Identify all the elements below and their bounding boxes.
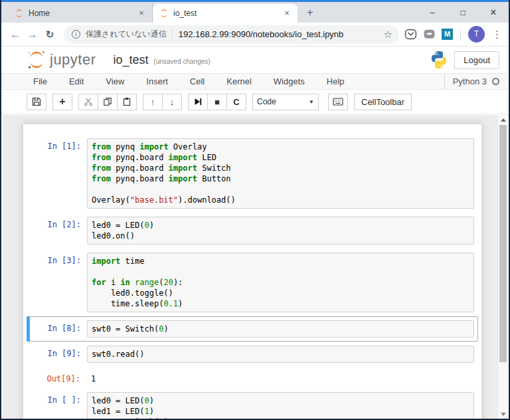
jupyter-logo-text[interactable]: jupyter [50, 51, 96, 68]
code-line: swt0 = Switch(0) [92, 417, 469, 419]
cut-cell-button[interactable] [78, 94, 98, 110]
code-line: swt0.read() [92, 349, 469, 360]
jupyter-header: jupyter io_test (unsaved changes) Logout [1, 47, 509, 73]
tab-label: io_test [173, 9, 282, 18]
browser-window: Home × io_test × + – □ × ← → ↻ i 保護されていな… [0, 0, 510, 420]
tab-label: Home [29, 9, 136, 18]
url-text: 192.168.2.99:9090/notebooks/io_test.ipyn… [179, 29, 380, 39]
maximize-button[interactable]: □ [448, 2, 478, 23]
cell-output: Out[9]:1 [27, 367, 478, 388]
notebook-cell[interactable]: In [3]:import time for i in range(20): l… [27, 249, 478, 316]
run-cell-button[interactable] [188, 94, 208, 110]
cell-type-select[interactable]: Code ▼ [252, 94, 319, 110]
save-status: (unsaved changes) [154, 58, 211, 65]
interrupt-kernel-button[interactable]: ■ [207, 94, 227, 110]
logout-button[interactable]: Logout [454, 51, 499, 69]
output-prompt: Out[9]: [30, 371, 86, 383]
reload-icon[interactable]: ↻ [41, 29, 58, 41]
tab-home[interactable]: Home × [8, 4, 153, 23]
tab-close-icon[interactable]: × [282, 8, 292, 19]
code-line: from pynq.board import LED [92, 152, 469, 163]
tab-close-icon[interactable]: × [136, 8, 147, 19]
menu-file[interactable]: File [33, 76, 47, 86]
minimize-button[interactable]: – [417, 2, 448, 23]
address-bar: ← → ↻ i 保護されていない通信 192.168.2.99:9090/not… [1, 23, 509, 47]
scroll-down-icon[interactable] [498, 409, 507, 419]
output-value: 1 [86, 371, 96, 383]
menu-kernel[interactable]: Kernel [226, 76, 252, 86]
notebook-cell[interactable]: In [ ]:led0 = LED(0)led1 = LED(1)swt0 = … [27, 388, 478, 419]
extensions-area: M T ⋮ [404, 26, 502, 43]
menu-widgets[interactable]: Widgets [274, 76, 305, 86]
notebook-cell[interactable]: In [2]:led0 = LED(0)led0.on() [27, 213, 478, 249]
notebook-toolbar: + [1, 90, 509, 114]
cut-icon [84, 97, 93, 106]
code-line: led0 = LED(0) [92, 220, 469, 231]
security-label: 保護されていない通信 [86, 29, 167, 40]
momentum-icon[interactable]: M [442, 29, 453, 40]
code-editor[interactable]: led0 = LED(0)led1 = LED(1)swt0 = Switch(… [87, 392, 474, 419]
keyboard-icon [333, 98, 343, 106]
kernel-indicator: Python 3 [444, 74, 499, 89]
tab-io-test[interactable]: io_test × [153, 4, 298, 23]
celltoolbar-button[interactable]: CellToolbar [354, 94, 412, 110]
close-button[interactable]: × [478, 2, 509, 23]
notebook-cell[interactable]: In [1]:from pynq import Overlayfrom pynq… [27, 134, 478, 213]
input-prompt: In [3]: [31, 253, 87, 312]
scroll-up-icon[interactable] [498, 115, 507, 124]
scrollbar[interactable] [497, 115, 507, 419]
line-icon[interactable] [423, 28, 436, 41]
paste-cell-button[interactable] [117, 94, 137, 110]
menu-view[interactable]: View [106, 76, 124, 86]
jupyter-favicon-icon [15, 9, 24, 18]
chevron-down-icon: ▼ [309, 99, 314, 105]
info-icon[interactable]: i [72, 30, 80, 39]
copy-cell-button[interactable] [98, 94, 118, 110]
code-line: led0 = LED(0) [92, 395, 469, 406]
jupyter-logo-icon[interactable] [27, 49, 46, 70]
notebook-site: In [1]:from pynq import Overlayfrom pynq… [3, 115, 507, 419]
move-down-button[interactable]: ↓ [162, 94, 182, 110]
menu-edit[interactable]: Edit [69, 76, 84, 86]
jupyter-favicon-icon [159, 9, 169, 18]
tab-strip: Home × io_test × + – □ × [1, 2, 509, 23]
run-icon [193, 97, 203, 106]
url-input[interactable]: i 保護されていない通信 192.168.2.99:9090/notebooks… [64, 25, 399, 44]
new-tab-button[interactable]: + [301, 4, 319, 21]
notebook-cell[interactable]: In [8]:swt0 = Switch(0) [27, 316, 478, 342]
move-up-button[interactable]: ↑ [143, 94, 163, 110]
paste-icon [122, 97, 131, 106]
restart-kernel-button[interactable]: C [226, 94, 246, 110]
save-button[interactable] [27, 94, 46, 110]
menu-help[interactable]: Help [327, 76, 345, 86]
code-editor[interactable]: import time for i in range(20): led0.tog… [87, 253, 474, 312]
input-prompt: In [8]: [31, 320, 87, 338]
add-cell-button[interactable]: + [52, 94, 72, 110]
code-line: from pynq.board import Switch [92, 163, 469, 173]
omnibox-divider [172, 29, 173, 40]
chrome-menu-icon[interactable]: ⋮ [492, 29, 502, 41]
star-icon[interactable]: ☆ [384, 29, 392, 41]
notebook-title[interactable]: io_test [114, 53, 149, 67]
forward-icon[interactable]: → [24, 29, 41, 41]
code-editor[interactable]: swt0 = Switch(0) [87, 320, 474, 338]
scrollbar-thumb[interactable] [499, 125, 507, 362]
profile-avatar[interactable]: T [468, 26, 485, 43]
command-palette-button[interactable] [328, 94, 348, 110]
code-line [92, 184, 469, 195]
menu-cell[interactable]: Cell [190, 76, 205, 86]
kernel-idle-icon [492, 78, 499, 85]
back-icon[interactable]: ← [7, 29, 24, 41]
menu-insert[interactable]: Insert [146, 76, 168, 86]
pocket-icon[interactable] [404, 28, 417, 41]
code-editor[interactable]: from pynq import Overlayfrom pynq.board … [87, 138, 474, 209]
notebook-container: In [1]:from pynq import Overlayfrom pynq… [23, 124, 482, 419]
save-icon [32, 97, 41, 106]
code-line: time.sleep(0.1) [92, 298, 469, 309]
code-editor[interactable]: led0 = LED(0)led0.on() [87, 217, 474, 245]
copy-icon [103, 97, 112, 106]
notebook-cell[interactable]: In [9]:swt0.read() [27, 342, 478, 367]
input-prompt: In [ ]: [31, 392, 87, 419]
code-line: for i in range(20): [92, 277, 469, 288]
code-editor[interactable]: swt0.read() [87, 346, 474, 363]
